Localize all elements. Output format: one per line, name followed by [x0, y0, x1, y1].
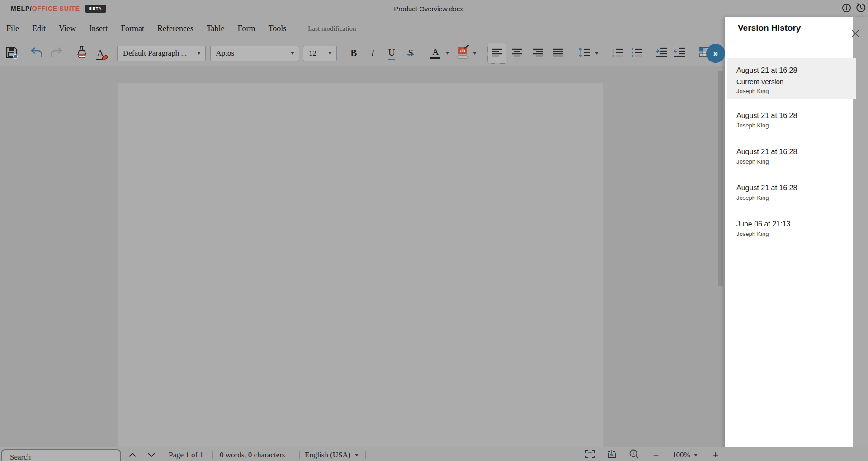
font-color-dropdown[interactable]	[443, 43, 452, 64]
bullet-list-button[interactable]	[628, 43, 645, 64]
save-icon	[5, 46, 19, 61]
increase-indent-icon	[655, 47, 668, 59]
underline-icon: U	[388, 47, 395, 60]
align-center-button[interactable]	[508, 43, 527, 64]
underline-button[interactable]: U	[383, 43, 400, 64]
toolbar-separator	[649, 47, 649, 60]
search-input[interactable]	[1, 449, 121, 461]
decrease-indent-icon	[673, 47, 686, 59]
version-history-panel: Version History August 21 at 16:28 Curre…	[725, 17, 868, 461]
highlight-color-dropdown[interactable]	[471, 43, 479, 64]
language-selector[interactable]: English (USA)	[305, 451, 359, 460]
redo-icon	[49, 47, 64, 60]
chevron-up-icon	[128, 451, 137, 460]
toolbar-separator	[605, 47, 605, 60]
word-count[interactable]: 0 words, 0 characters	[220, 451, 285, 460]
document-scrollbar-thumb[interactable]	[718, 71, 723, 286]
menu-edit[interactable]: Edit	[32, 24, 46, 33]
paragraph-style-select[interactable]: Default Paragraph ...	[117, 46, 206, 61]
strikethrough-button[interactable]: S	[402, 43, 419, 64]
version-date: August 21 at 16:28	[736, 111, 856, 120]
search-previous-button[interactable]	[127, 450, 138, 460]
chevron-down-icon	[328, 52, 332, 55]
menu-bar: File Edit View Insert Format References …	[0, 17, 725, 40]
undo-button[interactable]	[28, 43, 45, 64]
line-spacing-button[interactable]	[576, 43, 593, 64]
formatting-toolbar: A Default Paragraph ... Aptos 12 B I U S…	[0, 40, 725, 66]
fit-width-icon	[585, 449, 595, 461]
chevron-down-icon	[197, 52, 201, 55]
toolbar-separator	[341, 47, 341, 60]
save-button[interactable]	[4, 43, 20, 64]
app-logo: MELP / OFFICE SUITE BETA	[11, 0, 106, 17]
current-version-label: Current Version	[736, 78, 856, 85]
statusbar-separator	[299, 451, 300, 459]
chevron-down-icon	[147, 451, 156, 460]
search-next-button[interactable]	[146, 450, 157, 460]
fit-page-icon	[606, 449, 617, 461]
toolbar-separator	[572, 47, 572, 60]
font-size-select[interactable]: 12	[303, 46, 337, 61]
align-left-icon	[491, 48, 502, 59]
menu-table[interactable]: Table	[207, 24, 225, 33]
version-date: August 21 at 16:28	[736, 66, 856, 75]
justify-button[interactable]	[549, 43, 568, 64]
bullet-list-icon	[631, 47, 642, 59]
page-indicator[interactable]: Page 1 of 1	[169, 451, 203, 460]
version-author: Joseph King	[736, 230, 856, 237]
version-history-button[interactable]	[855, 3, 866, 14]
increase-indent-button[interactable]	[653, 43, 670, 64]
version-author: Joseph King	[736, 158, 856, 165]
chevron-down-icon	[473, 52, 476, 55]
status-bar: Page 1 of 1 0 words, 0 characters Englis…	[0, 447, 868, 461]
toolbar-separator	[692, 47, 692, 60]
clone-formatting-button[interactable]	[73, 43, 90, 64]
menu-insert[interactable]: Insert	[89, 24, 108, 33]
font-color-button[interactable]: A	[427, 43, 443, 64]
font-name-select[interactable]: Aptos	[210, 46, 300, 61]
align-left-button[interactable]	[487, 43, 506, 64]
zoom-reset-button[interactable]: 1	[628, 450, 640, 460]
menu-form[interactable]: Form	[238, 24, 255, 33]
italic-icon: I	[371, 47, 374, 59]
zoom-level-selector[interactable]: 100%	[672, 451, 698, 460]
strikethrough-icon: S	[408, 47, 413, 59]
version-author: Joseph King	[736, 122, 856, 129]
version-entry[interactable]: August 21 at 16:28 Joseph King	[727, 136, 856, 172]
version-entry[interactable]: June 06 at 21:13 Joseph King	[727, 208, 856, 244]
version-entry-current[interactable]: August 21 at 16:28 Current Version Josep…	[727, 58, 856, 99]
highlight-color-button[interactable]: ab	[454, 43, 471, 64]
clear-formatting-button[interactable]: A	[92, 43, 108, 64]
numbered-list-button[interactable]: 123	[609, 43, 626, 64]
menu-view[interactable]: View	[59, 24, 76, 33]
history-clock-icon	[856, 3, 866, 14]
statusbar-separator	[212, 451, 213, 459]
version-entry[interactable]: August 21 at 16:28 Joseph King	[727, 172, 856, 208]
zoom-level-value: 100%	[672, 451, 690, 460]
fit-page-button[interactable]	[606, 450, 618, 460]
align-right-icon	[533, 48, 543, 59]
justify-icon	[553, 48, 564, 59]
font-size-value: 12	[309, 49, 328, 58]
version-entry[interactable]: August 21 at 16:28 Joseph King	[727, 99, 856, 136]
redo-button[interactable]	[48, 43, 65, 64]
menu-references[interactable]: References	[157, 24, 193, 33]
decrease-indent-button[interactable]	[671, 43, 688, 64]
menu-tools[interactable]: Tools	[269, 24, 287, 33]
info-button[interactable]	[841, 3, 852, 14]
italic-button[interactable]: I	[364, 43, 381, 64]
zoom-out-button[interactable]: −	[650, 450, 662, 460]
chevron-down-icon	[446, 52, 449, 55]
close-panel-button[interactable]	[851, 30, 860, 39]
line-spacing-dropdown[interactable]	[593, 43, 601, 64]
fit-width-button[interactable]	[584, 450, 596, 460]
menu-file[interactable]: File	[6, 24, 19, 33]
info-icon	[842, 3, 851, 14]
menu-format[interactable]: Format	[121, 24, 144, 33]
zoom-in-button[interactable]: +	[710, 450, 722, 460]
align-right-button[interactable]	[528, 43, 547, 64]
toolbar-overflow-button[interactable]: »	[706, 44, 725, 63]
document-page[interactable]	[118, 83, 603, 453]
toolbar-separator	[113, 47, 113, 60]
bold-button[interactable]: B	[345, 43, 362, 64]
